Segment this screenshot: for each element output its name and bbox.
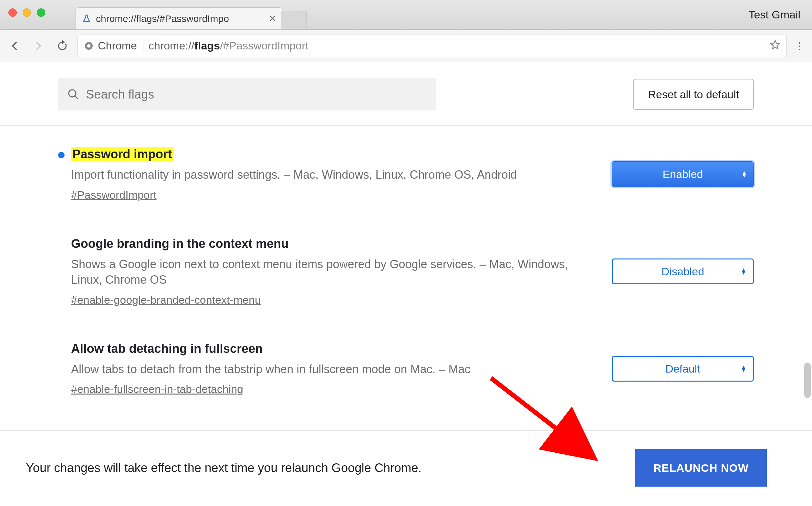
flag-anchor-link[interactable]: #PasswordImport <box>71 189 157 201</box>
flag-row: Allow tab detaching in fullscreen Allow … <box>58 342 754 396</box>
security-chip-label: Chrome <box>98 39 137 52</box>
flag-title: Allow tab detaching in fullscreen <box>71 342 263 356</box>
flags-page: Reset all to default Password import Imp… <box>0 62 812 506</box>
fullscreen-window-button[interactable] <box>37 8 45 17</box>
flask-icon <box>82 14 91 23</box>
select-arrows-icon: ▲▼ <box>741 366 746 371</box>
flag-state-select[interactable]: Enabled ▲▼ <box>612 161 754 187</box>
flag-row: Password import Import functionality in … <box>58 147 754 201</box>
flag-state-select[interactable]: Disabled ▲▼ <box>612 258 754 284</box>
flag-state-value: Default <box>666 362 700 375</box>
search-row: Reset all to default <box>0 62 812 126</box>
back-button[interactable] <box>6 37 23 55</box>
flag-title: Google branding in the context menu <box>71 237 288 251</box>
flags-list: Password import Import functionality in … <box>0 126 812 408</box>
window-title-bar: chrome://flags/#PasswordImpo ✕ Test Gmai… <box>0 0 812 30</box>
scrollbar-thumb[interactable] <box>804 362 811 398</box>
flag-anchor-link[interactable]: #enable-google-branded-context-menu <box>71 294 261 306</box>
tab-title: chrome://flags/#PasswordImpo <box>96 13 264 24</box>
flag-state-select[interactable]: Default ▲▼ <box>612 356 754 382</box>
bookmark-star-icon[interactable] <box>770 39 781 53</box>
tab-strip: chrome://flags/#PasswordImpo ✕ <box>76 5 306 29</box>
search-flags-input[interactable] <box>86 88 427 101</box>
reset-all-button[interactable]: Reset all to default <box>633 79 754 110</box>
browser-toolbar: Chrome chrome://flags/#PasswordImport ⋮ <box>0 30 812 62</box>
modified-dot-icon <box>58 152 65 158</box>
flag-description: Allow tabs to detach from the tabstrip w… <box>71 361 569 377</box>
new-tab-placeholder[interactable] <box>281 11 307 29</box>
flag-state-value: Disabled <box>662 265 704 278</box>
flag-anchor-link[interactable]: #enable-fullscreen-in-tab-detaching <box>71 383 243 396</box>
svg-point-1 <box>87 44 91 48</box>
window-controls <box>0 0 45 17</box>
flag-state-value: Enabled <box>663 168 703 181</box>
reload-button[interactable] <box>54 37 71 55</box>
footer-message: Your changes will take effect the next t… <box>26 461 421 475</box>
search-icon <box>67 88 80 101</box>
profile-label[interactable]: Test Gmail <box>748 8 800 21</box>
browser-tab-active[interactable]: chrome://flags/#PasswordImpo ✕ <box>76 7 282 29</box>
close-tab-icon[interactable]: ✕ <box>269 13 276 24</box>
address-bar[interactable]: Chrome chrome://flags/#PasswordImport <box>78 34 787 57</box>
url-text: chrome://flags/#PasswordImport <box>148 39 765 52</box>
forward-button[interactable] <box>30 37 47 55</box>
flag-title: Password import <box>71 147 173 161</box>
relaunch-button[interactable]: RELAUNCH NOW <box>635 449 767 487</box>
select-arrows-icon: ▲▼ <box>741 268 746 274</box>
close-window-button[interactable] <box>8 8 17 17</box>
flag-description: Shows a Google icon next to context menu… <box>71 257 569 288</box>
security-chip: Chrome <box>84 39 143 52</box>
search-flags-box[interactable] <box>58 78 436 110</box>
relaunch-footer: Your changes will take effect the next t… <box>0 430 812 506</box>
flag-row: Google branding in the context menu Show… <box>58 237 754 306</box>
select-arrows-icon: ▲▼ <box>741 171 747 177</box>
overflow-menu-icon[interactable]: ⋮ <box>793 37 806 55</box>
flag-description: Import functionality in password setting… <box>71 167 569 183</box>
minimize-window-button[interactable] <box>23 8 31 17</box>
